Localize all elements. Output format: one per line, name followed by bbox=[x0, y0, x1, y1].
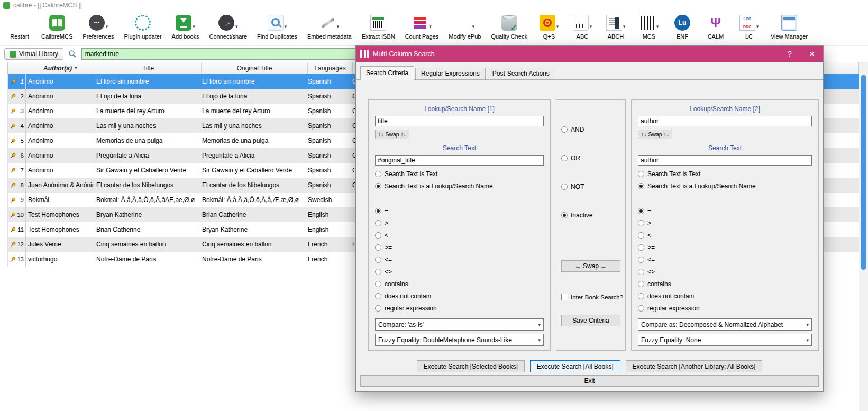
radio-icon bbox=[375, 232, 381, 239]
radio-option[interactable]: does not contain bbox=[638, 290, 812, 302]
marked-pin-icon bbox=[10, 182, 16, 189]
column-header-title[interactable]: Title bbox=[95, 62, 202, 74]
toolbar-button[interactable]: ▾ Modify ePub bbox=[446, 12, 483, 45]
chevron-down-icon[interactable]: ▾ bbox=[429, 24, 432, 29]
toolbar-button[interactable]: ▾ ABCH bbox=[601, 12, 630, 45]
column-header-label: Author(s) bbox=[43, 65, 72, 72]
cell-languages: Spanish bbox=[306, 148, 350, 163]
dialog-tab[interactable]: Regular Expressions bbox=[415, 68, 486, 79]
swap-name-text-2-button[interactable]: ↑↓ Swap ↑↓ bbox=[638, 130, 672, 139]
compare-2-select[interactable]: Compare as: Decomposed & Normalized Alph… bbox=[638, 318, 812, 331]
column-header-authors[interactable]: Author(s) ▼ bbox=[26, 62, 95, 74]
row-number: 9 bbox=[21, 197, 24, 203]
radio-option[interactable]: > bbox=[638, 217, 812, 229]
toolbar-button[interactable]: ▾ Restart bbox=[5, 12, 34, 45]
radio-option[interactable]: <= bbox=[375, 254, 544, 266]
chevron-down-icon[interactable]: ▾ bbox=[337, 24, 340, 29]
radio-option[interactable]: Inactive bbox=[561, 210, 592, 221]
toolbar-icon bbox=[674, 15, 690, 31]
inter-book-search-checkbox[interactable]: Inter-Book Search? bbox=[561, 294, 623, 300]
radio-option[interactable]: >= bbox=[375, 242, 544, 253]
toolbar-button[interactable]: ▾ LC bbox=[735, 12, 763, 45]
radio-option[interactable]: >= bbox=[638, 242, 812, 253]
execute-search-button[interactable]: Execute Search [All Books] bbox=[530, 360, 620, 372]
toolbar-button[interactable]: ▾ CALM bbox=[701, 12, 730, 45]
execute-search-button[interactable]: Execute Search [Selected Books] bbox=[417, 360, 525, 372]
swap-name-text-1-button[interactable]: ↑↓ Swap ↑↓ bbox=[375, 130, 409, 139]
radio-option[interactable]: Search Text is Text bbox=[638, 169, 812, 179]
dialog-titlebar[interactable]: Multi-Column Search ? ✕ bbox=[356, 46, 823, 62]
radio-option[interactable]: < bbox=[375, 230, 544, 241]
toolbar-icon bbox=[268, 15, 284, 31]
toolbar-button[interactable]: ▾ Preferences bbox=[80, 12, 116, 45]
toolbar-button[interactable]: ▾ Extract ISBN bbox=[359, 12, 398, 45]
column-header-rowindex[interactable] bbox=[8, 62, 26, 74]
radio-option[interactable]: Search Text is a Lookup/Search Name bbox=[375, 181, 544, 191]
chevron-down-icon[interactable]: ▾ bbox=[590, 24, 592, 29]
dialog-tab[interactable]: Post-Search Actions bbox=[487, 68, 555, 79]
virtual-library-button[interactable]: Virtual Library bbox=[4, 48, 63, 60]
toolbar-button[interactable]: ▾ Find Duplicates bbox=[254, 12, 300, 45]
book-list-scrollbar[interactable] bbox=[859, 62, 868, 411]
radio-option[interactable]: does not contain bbox=[375, 290, 544, 302]
radio-option[interactable]: <= bbox=[638, 254, 812, 266]
save-criteria-button[interactable]: Save Criteria bbox=[561, 315, 620, 326]
chevron-down-icon[interactable]: ▾ bbox=[285, 24, 287, 29]
toolbar-label: ABC bbox=[577, 33, 589, 40]
column-header-original-title[interactable]: Original Title bbox=[202, 62, 308, 74]
toolbar-button[interactable]: ▾ ABC bbox=[568, 12, 597, 45]
search-text-2-input[interactable] bbox=[638, 155, 812, 166]
lookup-name-1-input[interactable] bbox=[375, 116, 544, 126]
radio-option[interactable]: OR bbox=[561, 153, 592, 163]
search-icon[interactable] bbox=[67, 48, 78, 60]
chevron-down-icon[interactable]: ▾ bbox=[756, 24, 759, 29]
chevron-down-icon[interactable]: ▾ bbox=[472, 24, 475, 29]
radio-option[interactable]: <> bbox=[375, 266, 544, 278]
radio-option[interactable]: Search Text is Text bbox=[375, 169, 544, 179]
compare-1-select[interactable]: Compare: 'as-is' ▾ bbox=[375, 318, 544, 331]
radio-option[interactable]: contains bbox=[375, 278, 544, 290]
toolbar-button[interactable]: ▾ Connect/share bbox=[207, 12, 250, 45]
exit-button[interactable]: Exit bbox=[360, 375, 819, 387]
radio-option[interactable]: <> bbox=[638, 266, 812, 278]
swap-criteria-button[interactable]: ← Swap → bbox=[561, 260, 620, 272]
radio-option[interactable]: > bbox=[375, 217, 544, 229]
search-input[interactable] bbox=[81, 48, 366, 60]
chevron-down-icon[interactable]: ▾ bbox=[623, 24, 626, 29]
chevron-down-icon[interactable]: ▾ bbox=[106, 24, 108, 29]
radio-option[interactable]: = bbox=[638, 205, 812, 217]
toolbar-button[interactable]: ▾ View Manager bbox=[768, 12, 810, 45]
cell-authors: Anónimo bbox=[26, 163, 94, 178]
chevron-down-icon[interactable]: ▾ bbox=[193, 24, 195, 29]
radio-option[interactable]: regular expression bbox=[638, 303, 812, 314]
toolbar-button[interactable]: ▾ Add books bbox=[169, 12, 202, 45]
close-button[interactable]: ✕ bbox=[801, 50, 823, 58]
toolbar-button[interactable]: ▾ CalibreMCS bbox=[39, 12, 75, 45]
radio-option[interactable]: < bbox=[638, 230, 812, 241]
toolbar-button[interactable]: ▾ Quality Check bbox=[488, 12, 529, 45]
window-titlebar[interactable]: calibre - || CalibreMCS || bbox=[0, 0, 868, 11]
toolbar-button[interactable]: ▾ Q+S bbox=[535, 12, 563, 45]
toolbar-button[interactable]: ▾ Embed metadata bbox=[305, 12, 354, 45]
fuzzy-2-select[interactable]: Fuzzy Equality: None ▾ bbox=[638, 334, 812, 346]
radio-option[interactable]: contains bbox=[638, 278, 812, 290]
toolbar-button[interactable]: ▾ Plugin updater bbox=[122, 12, 165, 45]
dialog-tab[interactable]: Search Criteria bbox=[360, 66, 414, 80]
scrollbar-thumb[interactable] bbox=[861, 75, 866, 270]
lookup-name-2-input[interactable] bbox=[638, 116, 812, 126]
toolbar-button[interactable]: ▾ Count Pages bbox=[403, 12, 442, 45]
fuzzy-1-select[interactable]: Fuzzy Equality: DoubleMetaphone Sounds-L… bbox=[375, 334, 544, 346]
radio-option[interactable]: = bbox=[375, 205, 544, 217]
chevron-down-icon[interactable]: ▾ bbox=[656, 24, 659, 29]
toolbar-button[interactable]: ▾ ENF bbox=[668, 12, 697, 45]
toolbar-button[interactable]: ▾ MCS bbox=[635, 12, 663, 45]
help-button[interactable]: ? bbox=[779, 50, 801, 58]
execute-search-button[interactable]: Execute Search [Another Library: All Boo… bbox=[626, 360, 763, 372]
chevron-down-icon[interactable]: ▾ bbox=[556, 24, 559, 29]
radio-option[interactable]: AND bbox=[561, 124, 592, 135]
radio-option[interactable]: Search Text is a Lookup/Search Name bbox=[638, 181, 812, 191]
radio-option[interactable]: NOT bbox=[561, 181, 592, 192]
search-text-1-input[interactable] bbox=[375, 155, 544, 166]
radio-option[interactable]: regular expression bbox=[375, 303, 544, 314]
column-header-languages[interactable]: Languages bbox=[308, 62, 353, 74]
